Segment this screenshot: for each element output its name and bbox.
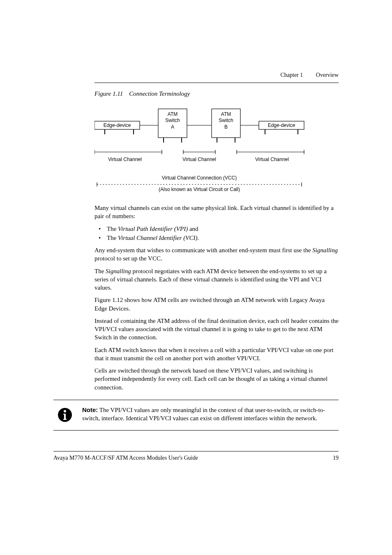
- svg-text:ATM: ATM: [168, 111, 178, 117]
- figure-caption: Figure 1.11 Connection Terminology: [95, 90, 339, 97]
- note-text: Note: The VPI/VCI values are only meanin…: [82, 406, 339, 423]
- bullet-vci: The Virtual Channel Identifier (VCI).: [95, 234, 339, 242]
- header-title: Overview: [316, 72, 339, 78]
- para-6: Each ATM switch knows that when it recei…: [95, 346, 339, 363]
- svg-text:Virtual Channel: Virtual Channel: [255, 157, 289, 162]
- note-top-rule: [53, 400, 339, 400]
- svg-point-41: [64, 410, 66, 412]
- note-bottom-rule: [53, 430, 339, 431]
- para-2: Any end-system that wishes to communicat…: [95, 246, 339, 263]
- figure-caption-title: Connection Terminology: [129, 90, 190, 97]
- svg-text:A: A: [171, 124, 174, 130]
- svg-text:Virtual Channel: Virtual Channel: [182, 157, 216, 162]
- bullet-vpi: The Virtual Path Identifier (VPI) and: [95, 225, 339, 233]
- para-1: Many virtual channels can exist on the s…: [95, 204, 339, 221]
- svg-text:(Also known as Virtual Circuit: (Also known as Virtual Circuit or Call): [159, 187, 240, 192]
- bullet-list: The Virtual Path Identifier (VPI) and Th…: [95, 225, 339, 242]
- para-5: Instead of containing the ATM address of…: [95, 317, 339, 342]
- para-7: Cells are switched through the network b…: [95, 366, 339, 391]
- note-label: Note:: [82, 406, 98, 413]
- para-4: Figure 1.12 shows how ATM cells are swit…: [95, 296, 339, 313]
- svg-text:Switch: Switch: [165, 117, 180, 123]
- info-icon: [58, 408, 72, 424]
- para-3: The Signalling protocol negotiates with …: [95, 267, 339, 292]
- page-number: 19: [333, 455, 339, 461]
- footer-title: Avaya M770 M-ACCF/SF ATM Access Modules …: [53, 455, 198, 461]
- note-block: Note: The VPI/VCI values are only meanin…: [53, 406, 339, 424]
- top-rule: [95, 83, 339, 83]
- svg-text:Edge-device: Edge-device: [104, 122, 131, 128]
- svg-text:Virtual Channel Connection (VC: Virtual Channel Connection (VCC): [162, 175, 237, 181]
- svg-text:Edge-device: Edge-device: [268, 122, 295, 128]
- svg-text:B: B: [224, 124, 228, 130]
- svg-text:ATM: ATM: [221, 111, 231, 117]
- figure-caption-prefix: Figure 1.11: [95, 90, 123, 97]
- footer-rule: [53, 451, 339, 451]
- svg-text:Switch: Switch: [219, 117, 233, 123]
- svg-text:Virtual Channel: Virtual Channel: [108, 157, 142, 162]
- connection-diagram: Edge-device ATM Switch A ATM Switch B Ed…: [95, 101, 316, 196]
- header-chapter: Chapter 1: [280, 72, 303, 78]
